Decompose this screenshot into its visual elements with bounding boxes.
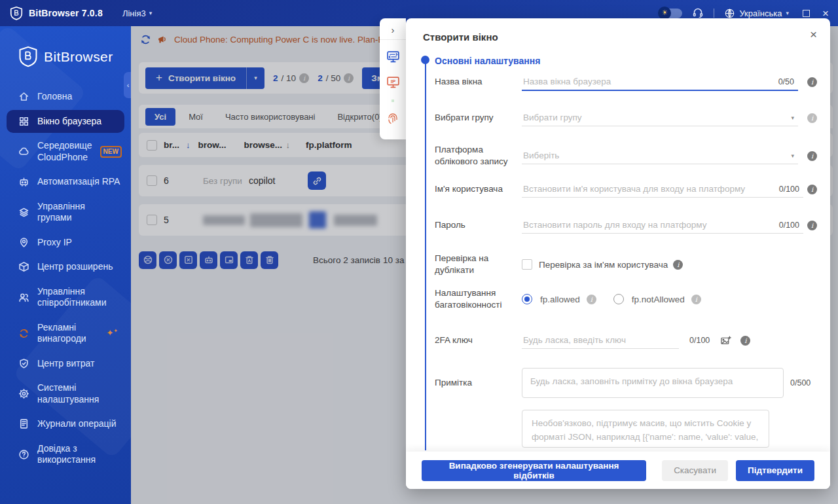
sidebar: BitBrowser ‹ Головна Вікно браузера Сере… xyxy=(0,26,131,504)
question-icon xyxy=(18,449,29,460)
theme-toggle[interactable]: ☀ xyxy=(659,9,682,18)
field-multiwindow: Налаштування багатовіконності fp.allowed… xyxy=(435,287,817,311)
cloud-icon xyxy=(18,146,29,157)
globe-icon xyxy=(724,8,735,19)
bitbrowser-logo-icon xyxy=(9,6,24,20)
divider xyxy=(380,39,406,40)
sidebar-item-browser-windows[interactable]: Вікно браузера xyxy=(7,110,124,134)
caret-down-icon: ▾ xyxy=(149,10,153,16)
gear-icon xyxy=(18,388,29,399)
field-password: Пароль 0/100 i xyxy=(435,217,817,234)
grid-icon xyxy=(18,116,29,127)
modal-title: Створити вікно xyxy=(423,31,498,43)
sidebar-item-system-settings[interactable]: Системні налаштування xyxy=(7,376,124,411)
maximize-button[interactable] xyxy=(803,10,810,17)
password-input[interactable] xyxy=(523,220,776,230)
confirm-button[interactable]: Підтвердити xyxy=(736,460,814,481)
info-icon[interactable]: i xyxy=(587,295,596,304)
brand-name: BitBrowser xyxy=(44,49,113,65)
group-select[interactable]: Вибрати групу ▾ xyxy=(522,109,798,126)
divider xyxy=(714,9,714,18)
browser-settings-icon[interactable] xyxy=(386,50,400,63)
sidebar-item-help[interactable]: Довідка з використання xyxy=(7,437,124,472)
info-icon[interactable]: i xyxy=(807,77,817,87)
field-group: Вибрати групу Вибрати групу ▾ i xyxy=(435,109,817,126)
modal-section-rail: › IP xyxy=(380,18,406,139)
field-username: Ім'я користувача 0/100 i xyxy=(435,181,817,198)
layers-icon xyxy=(18,207,29,218)
sidebar-item-extensions[interactable]: Центр розширень xyxy=(7,255,124,279)
sidebar-item-home[interactable]: Головна xyxy=(7,85,124,109)
sidebar-item-proxy-ip[interactable]: Proxy IP xyxy=(7,231,124,255)
char-counter: 0/100 xyxy=(779,221,799,230)
sparkles-icon: ✦✦ xyxy=(106,328,118,338)
window-name-input[interactable] xyxy=(523,77,776,86)
modal-close-icon[interactable]: × xyxy=(810,27,817,42)
line-selector[interactable]: Лінія3 ▾ xyxy=(122,9,152,18)
char-counter: 0/50 xyxy=(778,77,794,86)
sidebar-item-rewards[interactable]: Рекламні винагороди ✦✦ xyxy=(7,316,124,351)
platform-select[interactable]: Виберіть ▾ xyxy=(522,147,798,164)
sidebar-item-staff[interactable]: Управління співробітниками xyxy=(7,280,124,315)
rail-collapse-chevron[interactable]: › xyxy=(392,23,395,39)
caret-down-icon: ▾ xyxy=(791,115,794,121)
shield-icon xyxy=(18,358,29,369)
info-icon[interactable]: i xyxy=(807,221,817,230)
robot-icon xyxy=(18,176,29,187)
document-icon xyxy=(18,418,29,429)
sidebar-item-cloudphone[interactable]: Середовище CloudPhone NEW xyxy=(7,134,124,169)
language-selector[interactable]: Українська ▾ xyxy=(724,8,789,19)
field-window-name: Назва вікна 0/50 i xyxy=(435,73,817,91)
duplicate-check-checkbox[interactable] xyxy=(522,259,532,270)
generate-fingerprint-button[interactable]: Випадково згенерувати налаштування відби… xyxy=(422,460,646,481)
info-icon[interactable]: i xyxy=(807,151,817,161)
field-note: Примітка 0/500 xyxy=(435,368,817,398)
sidebar-item-operation-logs[interactable]: Журнали операцій xyxy=(7,412,124,436)
caret-down-icon: ▾ xyxy=(786,10,790,16)
svg-text:IP: IP xyxy=(390,79,395,84)
twofa-key-input[interactable] xyxy=(523,335,678,345)
note-textarea[interactable] xyxy=(522,368,784,398)
proxy-ip-icon[interactable]: IP xyxy=(386,75,400,89)
sidebar-item-groups[interactable]: Управління групами xyxy=(7,195,124,230)
fingerprint-icon[interactable] xyxy=(386,113,399,126)
info-icon[interactable]: i xyxy=(691,295,701,304)
field-cookie xyxy=(435,410,817,448)
sidebar-menu: Головна Вікно браузера Середовище CloudP… xyxy=(0,85,131,472)
info-icon[interactable]: i xyxy=(807,185,817,194)
char-counter: 0/500 xyxy=(790,378,811,387)
support-headset-icon[interactable] xyxy=(692,7,704,19)
bitbrowser-shield-icon xyxy=(18,46,38,68)
field-2fa-key: 2FA ключ 0/100 i xyxy=(435,332,817,349)
section-step-line xyxy=(425,62,427,450)
brand: BitBrowser xyxy=(0,26,131,68)
reward-refresh-icon xyxy=(18,328,29,339)
app-title: BitBrowser 7.0.8 xyxy=(29,8,103,18)
field-duplicate-check: Перевірка на дублікати Перевірка за ім'я… xyxy=(435,253,817,276)
home-icon xyxy=(18,91,29,102)
fp-notallowed-radio[interactable] xyxy=(613,294,624,304)
char-counter: 0/100 xyxy=(689,336,710,345)
sidebar-item-rpa[interactable]: Автоматизація RPA xyxy=(7,170,124,194)
close-window-button[interactable]: × xyxy=(822,8,829,19)
cookie-textarea[interactable] xyxy=(522,410,769,448)
people-icon xyxy=(18,292,29,303)
create-window-modal: Створити вікно × Основні налаштування На… xyxy=(406,18,830,489)
scan-qr-image-icon[interactable] xyxy=(720,335,731,346)
section-title: Основні налаштування xyxy=(435,56,540,66)
cancel-button[interactable]: Скасувати xyxy=(662,460,728,481)
sidebar-item-cost-center[interactable]: Центр витрат xyxy=(7,352,124,376)
info-icon[interactable]: i xyxy=(740,336,750,346)
sun-icon: ☀ xyxy=(658,7,671,20)
cube-icon xyxy=(18,261,29,272)
location-pin-icon xyxy=(18,237,29,248)
field-platform: Платформа облікового запису Виберіть ▾ i xyxy=(435,144,817,168)
caret-down-icon: ▾ xyxy=(791,153,794,159)
info-icon[interactable]: i xyxy=(673,260,683,270)
new-badge: NEW xyxy=(100,146,122,158)
info-icon[interactable]: i xyxy=(807,113,817,123)
fp-allowed-radio[interactable] xyxy=(522,294,532,304)
username-input[interactable] xyxy=(523,184,776,194)
char-counter: 0/100 xyxy=(779,185,799,194)
modal-footer: Випадково згенерувати налаштування відби… xyxy=(406,452,830,489)
